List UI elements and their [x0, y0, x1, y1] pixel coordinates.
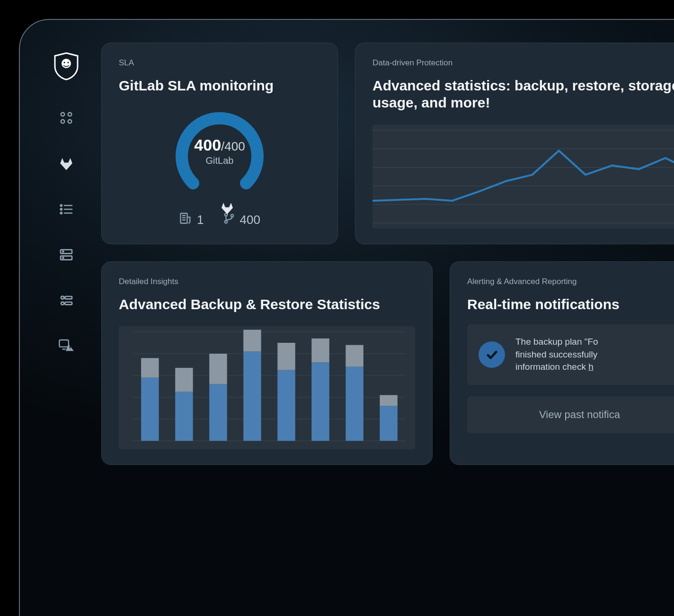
svg-rect-57	[346, 345, 363, 367]
nav-gitlab-icon[interactable]	[58, 155, 74, 171]
insights-bar-chart	[119, 326, 415, 449]
svg-rect-18	[65, 296, 72, 299]
svg-rect-54	[311, 362, 329, 441]
svg-point-1	[63, 62, 65, 63]
sla-total: 400	[224, 139, 245, 154]
nav-accounts-icon[interactable]	[59, 293, 74, 308]
alerts-eyebrow: Alerting & Advanced Reporting	[467, 277, 674, 286]
svg-rect-56	[346, 367, 363, 441]
svg-point-30	[224, 221, 227, 223]
sla-ring-gauge: 400 / 400 GitLab	[172, 104, 267, 198]
sla-slash: /	[221, 139, 224, 154]
svg-point-15	[62, 251, 63, 252]
svg-rect-46	[175, 392, 193, 441]
svg-point-6	[68, 120, 72, 124]
svg-point-24	[70, 349, 71, 350]
nav-alerts-icon[interactable]	[58, 338, 74, 352]
svg-rect-59	[380, 395, 397, 406]
svg-rect-50	[243, 351, 261, 441]
sidebar	[43, 43, 90, 616]
svg-point-16	[62, 258, 63, 259]
notification-link[interactable]: h	[588, 362, 594, 372]
svg-point-17	[61, 296, 64, 299]
svg-point-9	[61, 208, 62, 210]
sla-label: GitLab	[206, 155, 234, 166]
sla-count: 400 / 400	[194, 136, 245, 154]
nav-storage-icon[interactable]	[59, 247, 74, 262]
notification-text: The backup plan "Fo finished successfull…	[515, 336, 598, 374]
svg-rect-51	[243, 330, 261, 351]
svg-rect-52	[277, 370, 295, 441]
sla-card: SLA GitLab SLA monitoring 400 /	[101, 43, 338, 244]
svg-rect-58	[380, 406, 397, 441]
protection-title: Advanced statistics: backup, restore, st…	[372, 77, 674, 111]
svg-point-3	[61, 113, 65, 116]
org-icon	[179, 212, 192, 228]
svg-rect-55	[311, 339, 329, 363]
main-content: SLA GitLab SLA monitoring 400 /	[90, 43, 674, 616]
insights-card: Detailed Insights Advanced Backup & Rest…	[101, 261, 433, 465]
protection-eyebrow: Data-driven Protection	[372, 58, 674, 68]
sla-org-count: 1	[197, 213, 204, 227]
nav-plans-icon[interactable]	[59, 202, 74, 217]
svg-rect-45	[141, 358, 159, 377]
sla-completed: 400	[194, 136, 221, 154]
sla-eyebrow: SLA	[119, 58, 320, 68]
svg-point-11	[61, 212, 62, 214]
protection-line-chart	[372, 125, 674, 229]
svg-point-7	[61, 205, 62, 206]
svg-rect-48	[209, 384, 227, 441]
protection-card: Data-driven Protection Advanced statisti…	[355, 43, 674, 244]
nav-apps-icon[interactable]	[59, 111, 73, 125]
svg-rect-20	[65, 302, 72, 304]
insights-title: Advanced Backup & Restore Statistics	[119, 296, 415, 313]
svg-point-2	[67, 62, 69, 63]
notification-item[interactable]: The backup plan "Fo finished successfull…	[467, 324, 674, 385]
alerts-card: Alerting & Advanced Reporting Real-time …	[450, 261, 674, 465]
sla-title: GitLab SLA monitoring	[119, 77, 320, 94]
alerts-title: Real-time notifications	[467, 296, 674, 313]
svg-rect-21	[59, 340, 68, 347]
svg-rect-49	[209, 354, 227, 384]
view-past-notifications-button[interactable]: View past notifica	[467, 396, 674, 433]
svg-rect-47	[175, 368, 193, 392]
svg-point-4	[68, 113, 72, 116]
sla-repo-count: 400	[240, 213, 260, 227]
svg-point-19	[61, 302, 64, 305]
svg-point-5	[61, 120, 65, 124]
svg-rect-53	[277, 343, 295, 370]
insights-eyebrow: Detailed Insights	[119, 277, 415, 286]
svg-rect-44	[141, 378, 159, 441]
sla-org-stat: 1	[179, 212, 204, 228]
brand-logo	[54, 52, 79, 80]
check-icon	[479, 341, 505, 368]
